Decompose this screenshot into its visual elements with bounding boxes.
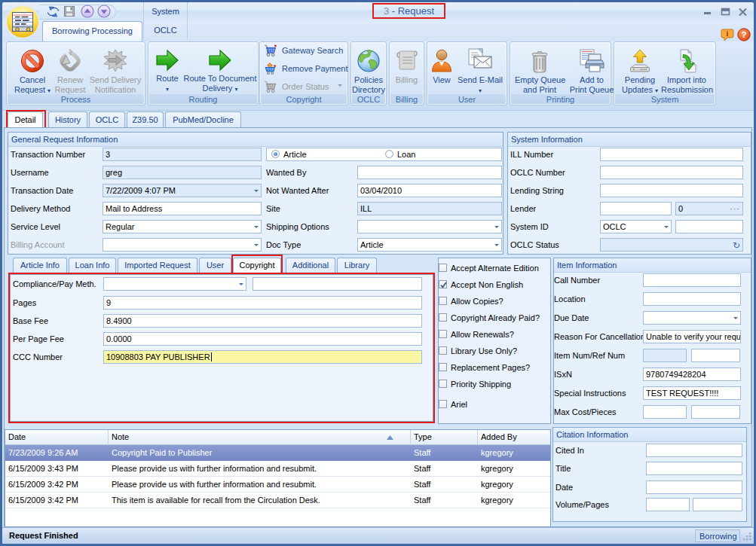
svg-text:?: ? <box>741 30 746 39</box>
svg-text:i: i <box>727 29 729 38</box>
